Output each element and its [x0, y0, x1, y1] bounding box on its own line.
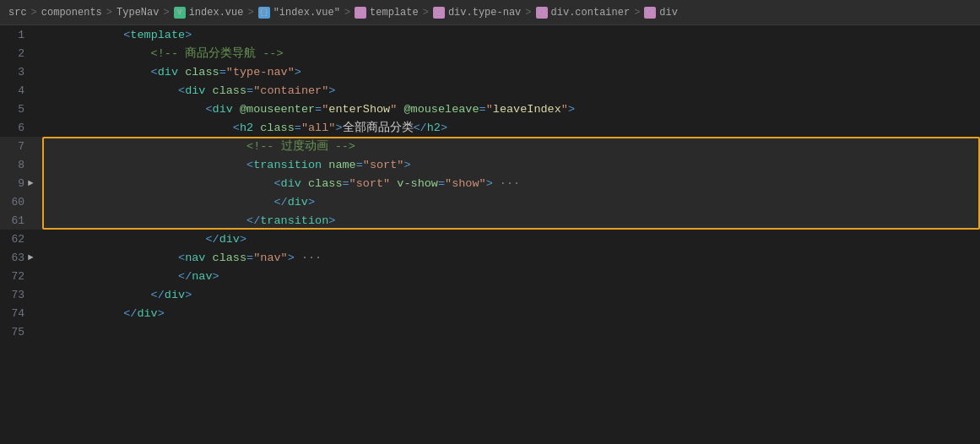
- sep7: >: [525, 7, 531, 19]
- sep8: >: [634, 7, 640, 19]
- line-num-62: 62: [0, 233, 38, 246]
- collapse-arrow-63[interactable]: ►: [28, 252, 34, 263]
- line-num-5: 5: [0, 103, 38, 116]
- collapse-arrow-9[interactable]: ►: [28, 178, 34, 188]
- code-line-74: 74 </div>: [0, 304, 980, 322]
- sep3: >: [163, 7, 169, 19]
- line-num-2: 2: [0, 47, 38, 60]
- line-num-74: 74: [0, 307, 38, 320]
- sep2: >: [106, 7, 112, 19]
- sep6: >: [423, 7, 429, 19]
- line-num-75: 75: [0, 326, 38, 338]
- crumb-template[interactable]: template: [370, 7, 419, 19]
- line-num-72: 72: [0, 270, 38, 283]
- crumb-components[interactable]: components: [41, 7, 102, 19]
- comp-icon-1: ⬡: [355, 7, 366, 19]
- line-num-6: 6: [0, 122, 38, 134]
- code-line-75: 75: [0, 322, 980, 341]
- crumb-indexvue-label[interactable]: "index.vue": [273, 7, 340, 19]
- breadcrumb: src > components > TypeNav > V index.vue…: [0, 0, 980, 25]
- comp-icon-4: ⬡: [644, 7, 656, 19]
- comp-icon-3: ⬡: [536, 7, 548, 19]
- line-num-1: 1: [0, 29, 38, 41]
- obj-icon: {}: [258, 7, 270, 19]
- sep4: >: [247, 7, 253, 19]
- comp-icon-2: ⬡: [433, 7, 445, 19]
- vue-icon: V: [174, 7, 186, 19]
- line-num-3: 3: [0, 66, 38, 79]
- code-editor: 1 <template> 2 <!-- 商品分类导航 --> 3 <div cl…: [0, 25, 980, 444]
- line-num-4: 4: [0, 84, 38, 97]
- crumb-container[interactable]: div.container: [551, 7, 631, 19]
- line-num-61: 61: [0, 214, 38, 227]
- line-num-60: 60: [0, 196, 38, 208]
- line-num-73: 73: [0, 289, 38, 301]
- sep5: >: [344, 7, 350, 19]
- line-num-8: 8: [0, 159, 38, 171]
- crumb-src[interactable]: src: [8, 7, 27, 19]
- crumb-type-nav[interactable]: div.type-nav: [448, 7, 521, 19]
- crumb-div[interactable]: div: [659, 7, 678, 19]
- code-area: 1 <template> 2 <!-- 商品分类导航 --> 3 <div cl…: [0, 25, 980, 444]
- crumb-indexvue[interactable]: index.vue: [189, 7, 244, 19]
- sep1: >: [31, 7, 37, 19]
- line-num-7: 7: [0, 140, 38, 153]
- highlighted-block: 7 <!-- 过度动画 --> 8 <transition name="sort…: [0, 137, 980, 230]
- crumb-typenav[interactable]: TypeNav: [116, 7, 159, 19]
